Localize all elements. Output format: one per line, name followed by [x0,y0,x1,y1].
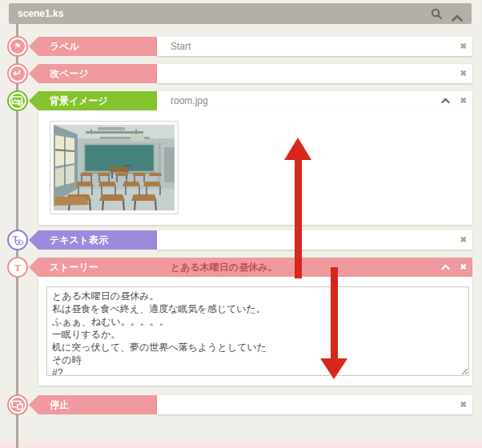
text-eye-icon: T [10,233,25,247]
node-stop[interactable] [7,394,28,415]
flag-icon: ⚑ [14,42,22,50]
stop-value-field[interactable]: ✖ [157,395,472,414]
close-icon[interactable]: ✖ [460,64,467,83]
tag-stop-text: 停止 [50,399,69,410]
script-editor: scene1.ks ⚑ ラベル Start ✖ ↵ 改ページ ✖ [0,0,482,448]
chevron-up-icon[interactable] [452,10,463,25]
close-icon[interactable]: ✖ [460,91,467,110]
textdisplay-value-field[interactable]: ✖ [157,230,472,250]
pagebreak-value-field[interactable]: ✖ [157,64,472,83]
node-story[interactable]: T [7,257,28,278]
text-icon: T [14,262,22,273]
tag-bgimage-text: 背景イメージ [50,95,108,106]
close-icon[interactable]: ✖ [460,37,467,56]
scenario-header: scene1.ks [9,3,472,24]
node-textdisplay[interactable]: T [7,230,28,250]
next-row-peek [0,442,482,448]
return-icon: ↵ [14,68,22,78]
node-bgimage[interactable] [7,90,28,111]
label-value: Start [171,37,191,56]
story-preview: とある木曜日の昼休み。 [171,258,277,277]
tag-label-text: ラベル [50,41,79,52]
close-icon[interactable]: ✖ [460,258,467,277]
tag-bgimage[interactable]: 背景イメージ [29,91,157,110]
node-pagebreak[interactable]: ↵ [7,63,28,84]
scenario-title: scene1.ks [18,3,63,24]
tag-stop[interactable]: 停止 [29,395,157,414]
tag-pagebreak-text: 改ページ [50,68,89,79]
move-up-arrow-shaft [295,158,302,278]
stop-icon [11,399,24,411]
collapse-chevron-icon[interactable] [441,98,450,104]
story-textarea[interactable]: とある木曜日の昼休み。 私は昼食を食べ終え、適度な眠気を感じていた。 ふぁぁ、ね… [46,286,469,376]
tag-story-text: ストーリー [50,258,98,277]
bgimage-panel [38,110,472,225]
background-thumbnail[interactable] [50,121,179,214]
classroom-image [54,125,175,210]
story-header[interactable]: ストーリー とある木曜日の昼休み。 ✖ [29,258,472,277]
tag-textdisplay-text: テキスト表示 [50,234,108,246]
move-up-arrow-head [284,138,311,160]
search-icon[interactable] [431,8,443,23]
close-icon[interactable]: ✖ [460,395,467,414]
label-value-field[interactable]: Start ✖ [157,37,472,56]
collapse-chevron-icon[interactable] [441,264,450,270]
move-down-arrow-head [320,358,347,379]
move-down-arrow-shaft [331,267,338,360]
bgimage-value-field[interactable]: room.jpg ✖ [157,91,472,110]
tag-textdisplay[interactable]: テキスト表示 [29,230,157,250]
image-icon [11,95,24,107]
node-label[interactable]: ⚑ [7,36,28,57]
tag-pagebreak[interactable]: 改ページ [29,64,157,83]
close-icon[interactable]: ✖ [460,230,467,250]
bgimage-filename: room.jpg [171,91,208,110]
tag-label[interactable]: ラベル [29,37,157,56]
story-panel: とある木曜日の昼休み。 私は昼食を食べ終え、適度な眠気を感じていた。 ふぁぁ、ね… [38,277,472,386]
